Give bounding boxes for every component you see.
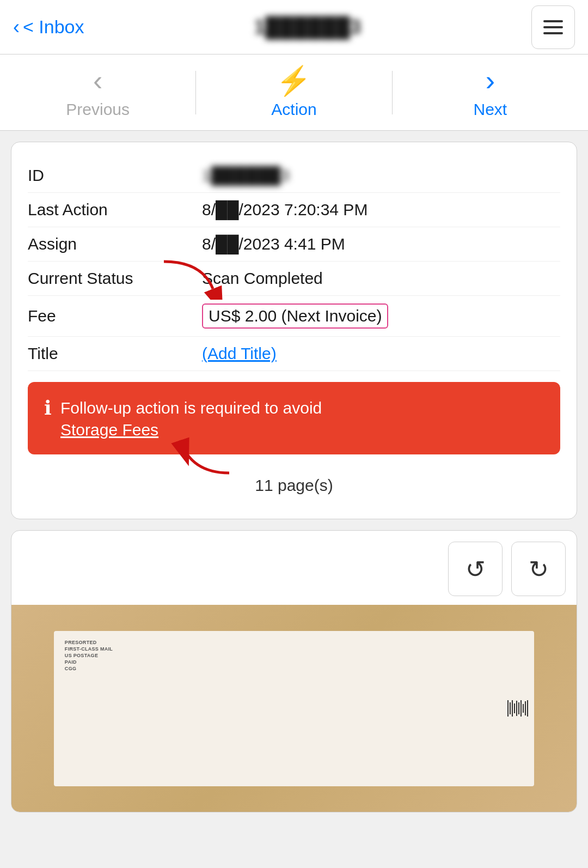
navigation-bar: ‹ Previous ⚡ Action › Next <box>0 54 588 131</box>
current-status-row: Current Status Scan Completed <box>28 262 560 296</box>
alert-banner: ℹ Follow-up action is required to avoid … <box>28 382 560 454</box>
rotate-right-button[interactable]: ↻ <box>511 542 566 596</box>
back-label: < Inbox <box>23 16 84 38</box>
id-row: ID 1██████3 <box>28 159 560 193</box>
assign-label: Assign <box>28 235 202 253</box>
stamp-text-1: PRESORTED <box>65 640 113 645</box>
pages-text: 11 page(s) <box>255 476 333 494</box>
stamp-text-5: CGG <box>65 666 113 671</box>
action-button[interactable]: ⚡ Action <box>196 54 391 130</box>
next-label: Next <box>473 100 507 119</box>
image-controls: ↺ ↻ <box>11 531 577 605</box>
last-action-row: Last Action 8/██/2023 7:20:34 PM <box>28 193 560 227</box>
previous-icon: ‹ <box>93 66 102 95</box>
id-label: ID <box>28 166 202 185</box>
info-card: ID 1██████3 Last Action 8/██/2023 7:20:3… <box>11 142 577 519</box>
last-action-value: 8/██/2023 7:20:34 PM <box>202 201 367 219</box>
pages-arrow-annotation <box>169 435 235 482</box>
previous-button[interactable]: ‹ Previous <box>0 54 195 130</box>
menu-line-2 <box>543 26 563 28</box>
fee-label: Fee <box>28 307 202 325</box>
mail-envelope: PRESORTED FIRST-CLASS MAIL US POSTAGE PA… <box>54 631 534 786</box>
app-header: ‹ < Inbox 1██████3 <box>0 0 588 54</box>
next-icon: › <box>486 66 495 95</box>
fee-row: Fee US$ 2.00 (Next Invoice) <box>28 296 560 337</box>
pages-info: 11 page(s) <box>28 468 560 506</box>
last-action-label: Last Action <box>28 201 202 219</box>
mail-stamp-area: PRESORTED FIRST-CLASS MAIL US POSTAGE PA… <box>65 640 113 671</box>
alert-text: Follow-up action is required to avoid <box>60 397 322 418</box>
alert-icon: ℹ <box>44 398 52 418</box>
previous-label: Previous <box>66 100 130 119</box>
main-content: ID 1██████3 Last Action 8/██/2023 7:20:3… <box>0 131 588 823</box>
status-arrow-annotation <box>158 256 224 304</box>
stamp-text-4: PAID <box>65 659 113 665</box>
fee-value: US$ 2.00 (Next Invoice) <box>202 304 388 329</box>
stamp-text-2: FIRST-CLASS MAIL <box>65 646 113 652</box>
barcode-area <box>507 700 529 717</box>
action-label: Action <box>271 100 316 119</box>
mail-preview: PRESORTED FIRST-CLASS MAIL US POSTAGE PA… <box>11 605 577 812</box>
title-row: Title (Add Title) <box>28 337 560 371</box>
page-title: 1██████3 <box>254 16 362 39</box>
add-title-button[interactable]: (Add Title) <box>202 344 277 363</box>
next-button[interactable]: › Next <box>393 54 588 130</box>
stamp-text-3: US POSTAGE <box>65 653 113 658</box>
back-button[interactable]: ‹ < Inbox <box>13 16 84 39</box>
assign-value: 8/██/2023 4:41 PM <box>202 235 345 253</box>
menu-line-3 <box>543 32 563 34</box>
title-label: Title <box>28 344 202 363</box>
action-lightning-icon: ⚡ <box>276 66 311 95</box>
assign-row: Assign 8/██/2023 4:41 PM <box>28 227 560 262</box>
hamburger-icon <box>543 20 563 34</box>
back-chevron-icon: ‹ <box>13 16 20 39</box>
id-value: 1██████3 <box>202 166 290 185</box>
rotate-left-button[interactable]: ↺ <box>448 542 503 596</box>
alert-text-container: Follow-up action is required to avoid St… <box>60 397 322 439</box>
menu-button[interactable] <box>531 5 575 49</box>
image-card: ↺ ↻ PRESORTED FIRST-CLASS MAIL US POSTAG… <box>11 530 577 812</box>
menu-line-1 <box>543 20 563 22</box>
